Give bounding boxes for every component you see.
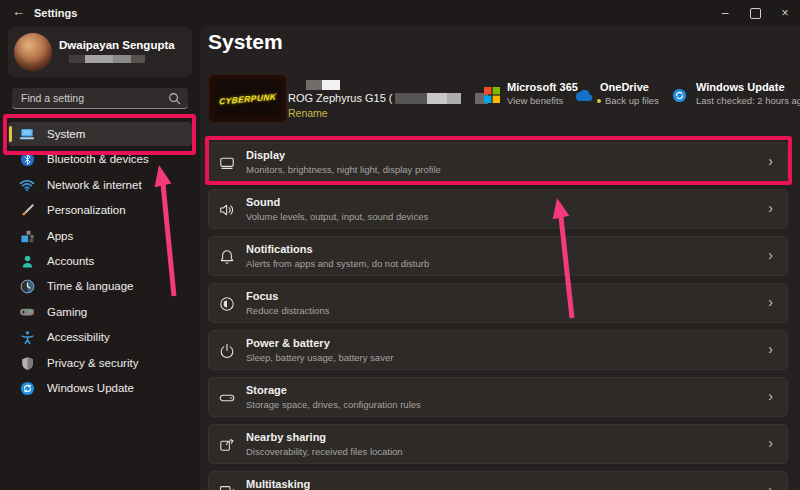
sidebar-item-windows-update[interactable]: Windows Update [8, 376, 192, 400]
microsoft-365-icon [484, 87, 500, 103]
settings-row-multitasking[interactable]: Multitasking Snap windows, desktops, tas… [208, 471, 788, 490]
page-title: System [208, 30, 283, 54]
display-icon [218, 154, 236, 172]
chevron-right-icon: › [768, 153, 773, 169]
close-button[interactable]: × [770, 0, 800, 26]
sidebar-item-label: Privacy & security [47, 357, 138, 369]
device-model-redacted [306, 80, 340, 90]
user-name: Dwaipayan Sengupta [59, 39, 175, 51]
sidebar-item-gaming[interactable]: Gaming [8, 300, 192, 324]
profile-card[interactable]: Dwaipayan Sengupta [8, 27, 192, 77]
sidebar-item-label: Accounts [47, 255, 94, 267]
bluetooth-icon [19, 151, 35, 167]
chevron-right-icon: › [768, 341, 773, 357]
sidebar-item-label: Windows Update [47, 382, 134, 394]
selected-accent-bar [9, 126, 12, 142]
sidebar-item-system[interactable]: System [8, 122, 192, 146]
clock-icon [19, 278, 35, 294]
search-icon [168, 92, 181, 105]
chevron-right-icon: › [768, 247, 773, 263]
chevron-right-icon: › [768, 482, 773, 490]
settings-row-notifications[interactable]: Notifications Alerts from apps and syste… [208, 236, 788, 276]
sidebar-item-label: Personalization [47, 204, 126, 216]
wifi-icon [19, 177, 35, 193]
sidebar-item-bluetooth-devices[interactable]: Bluetooth & devices [8, 147, 192, 171]
chevron-right-icon: › [768, 435, 773, 451]
windows-update-header-icon [672, 88, 687, 103]
sidebar-item-label: Bluetooth & devices [47, 153, 149, 165]
settings-row-focus[interactable]: Focus Reduce distractions › [208, 283, 788, 323]
microsoft-365-title: Microsoft 365 [507, 81, 578, 93]
power-icon [218, 342, 236, 360]
system-icon [19, 126, 35, 142]
onedrive-link[interactable]: Back up files [597, 95, 659, 106]
update-icon [19, 380, 35, 396]
avatar [14, 33, 52, 71]
sidebar-item-apps[interactable]: Apps [8, 224, 192, 248]
shield-icon [19, 355, 35, 371]
settings-row-nearby-sharing[interactable]: Nearby sharing Discoverability, received… [208, 424, 788, 464]
sidebar-item-personalization[interactable]: Personalization [8, 198, 192, 222]
device-name: ROG Zephyrus G15 ( [288, 92, 488, 104]
sidebar-item-label: Gaming [47, 306, 87, 318]
storage-drive-icon [218, 389, 236, 407]
sidebar-item-label: System [47, 128, 85, 140]
multitasking-windows-icon [218, 483, 236, 490]
brush-icon [19, 202, 35, 218]
sidebar-item-network-internet[interactable]: Network & internet [8, 173, 192, 197]
sidebar-item-accessibility[interactable]: Accessibility [8, 325, 192, 349]
windows-update-title: Windows Update [696, 81, 785, 93]
app-title: Settings [34, 7, 77, 19]
settings-row-storage[interactable]: Storage Storage space, drives, configura… [208, 377, 788, 417]
sidebar-item-accounts[interactable]: Accounts [8, 249, 192, 273]
apps-icon [19, 228, 35, 244]
sidebar-item-label: Network & internet [47, 179, 142, 191]
status-dot [597, 99, 601, 103]
maximize-button[interactable] [740, 0, 770, 26]
settings-row-power-battery[interactable]: Power & battery Sleep, battery usage, ba… [208, 330, 788, 370]
speaker-icon [218, 201, 236, 219]
sidebar-item-label: Accessibility [47, 331, 110, 343]
chevron-right-icon: › [768, 388, 773, 404]
device-name-text: ROG Zephyrus G15 ( [288, 92, 393, 104]
sidebar-item-label: Apps [47, 230, 73, 242]
focus-icon [218, 295, 236, 313]
accessibility-person-icon [19, 329, 35, 345]
search-box[interactable] [12, 88, 188, 109]
bell-icon [218, 248, 236, 266]
search-input[interactable] [12, 92, 168, 104]
device-thumbnail: CYBERPUNK [208, 74, 287, 123]
cyberpunk-logo: CYBERPUNK [219, 91, 277, 106]
back-button[interactable]: ← [12, 4, 25, 19]
onedrive-title: OneDrive [600, 81, 649, 93]
maximize-icon [750, 8, 761, 19]
windows-update-status: Last checked: 2 hours ago [696, 95, 800, 106]
settings-row-sound[interactable]: Sound Volume levels, output, input, soun… [208, 189, 788, 229]
sidebar-item-privacy-security[interactable]: Privacy & security [8, 351, 192, 375]
share-icon [218, 436, 236, 454]
sidebar-item-time-language[interactable]: Time & language [8, 274, 192, 298]
titlebar: ← Settings – × [0, 0, 800, 26]
person-icon [19, 253, 35, 269]
settings-row-display[interactable]: Display Monitors, brightness, night ligh… [208, 142, 788, 182]
onedrive-cloud-icon [575, 89, 594, 102]
microsoft-365-link[interactable]: View benefits [507, 95, 563, 106]
chevron-right-icon: › [768, 294, 773, 310]
gamepad-icon [19, 304, 35, 320]
sidebar-item-label: Time & language [47, 280, 134, 292]
minimize-button[interactable]: – [710, 0, 740, 26]
rename-link[interactable]: Rename [288, 107, 328, 119]
user-email-redacted [69, 55, 145, 63]
chevron-right-icon: › [768, 200, 773, 216]
